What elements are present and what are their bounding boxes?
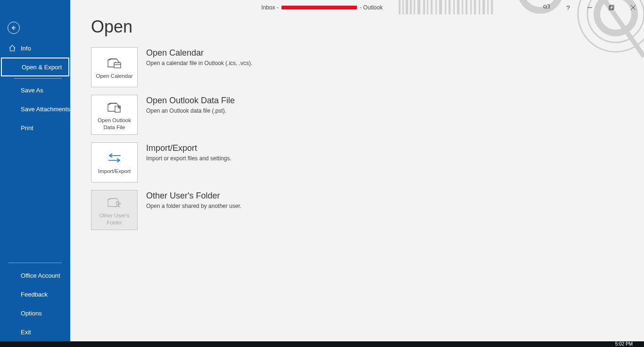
maximize-button[interactable] [601, 0, 622, 15]
tile-label: Open Calendar [96, 73, 133, 79]
sidebar-item-exit[interactable]: Exit [0, 322, 70, 341]
option-desc: Import or export files and settings. [146, 155, 231, 162]
titlebar: Inbox - - Outlook ? [0, 0, 644, 15]
tile-import-export[interactable]: Import/Export [91, 142, 138, 182]
option-desc: Open an Outlook data file (.pst). [146, 107, 235, 114]
sidebar-label-open-export: Open & Export [22, 64, 62, 71]
tile-label: Open Outlook Data File [92, 117, 136, 131]
tile-open-data-file[interactable]: Open Outlook Data File [91, 95, 138, 135]
option-other-users-folder: Other User's Folder Other User's Folder … [91, 190, 644, 230]
option-title: Import/Export [146, 143, 231, 153]
home-icon [8, 45, 16, 51]
title-suffix: - Outlook [360, 4, 383, 11]
sidebar-label-feedback: Feedback [21, 291, 48, 298]
main-panel: Open Open Calendar Open Calendar Open a … [70, 0, 644, 341]
minimize-button[interactable] [579, 0, 601, 15]
back-button[interactable] [8, 22, 20, 34]
option-open-data-file: Open Outlook Data File Open Outlook Data… [91, 95, 644, 135]
sidebar-item-save-attachments[interactable]: Save Attachments [0, 99, 70, 118]
page-title: Open [91, 17, 644, 37]
sidebar-item-print[interactable]: Print [0, 118, 70, 137]
sidebar-label-exit: Exit [21, 329, 31, 336]
sidebar-label-print: Print [21, 124, 33, 132]
tile-label: Other User's Folder [92, 212, 136, 226]
backstage-sidebar: Info Open & Export Save As Save Attachme… [0, 0, 70, 341]
option-open-calendar: Open Calendar Open Calendar Open a calen… [91, 47, 644, 87]
svg-rect-32 [610, 5, 614, 9]
sidebar-item-office-account[interactable]: Office Account [0, 266, 70, 285]
option-title: Open Calendar [146, 48, 252, 58]
option-title: Other User's Folder [146, 191, 241, 201]
sidebar-divider [14, 78, 62, 79]
calendar-open-icon [107, 55, 122, 71]
sidebar-label-options: Options [21, 310, 42, 317]
sidebar-label-save-attachments: Save Attachments [21, 106, 70, 113]
sidebar-item-options[interactable]: Options [0, 304, 70, 322]
help-icon[interactable]: ? [557, 0, 579, 15]
sidebar-label-info: Info [21, 45, 31, 52]
svg-rect-36 [114, 63, 121, 68]
taskbar: 5:02 PM [0, 341, 644, 347]
redacted-email [281, 6, 357, 9]
sidebar-label-save-as: Save As [21, 87, 43, 94]
sidebar-item-open-export[interactable]: Open & Export [1, 58, 69, 76]
sidebar-item-info[interactable]: Info [0, 39, 70, 58]
sidebar-bottom-divider [8, 263, 62, 263]
taskbar-time: 5:02 PM [615, 341, 633, 347]
tile-open-calendar[interactable]: Open Calendar [91, 47, 138, 87]
import-export-icon [107, 150, 123, 166]
sidebar-label-office-account: Office Account [21, 272, 60, 279]
option-desc: Open a folder shared by another user. [146, 203, 241, 209]
svg-point-44 [118, 203, 120, 205]
close-button[interactable] [622, 0, 644, 15]
title-prefix: Inbox - [261, 4, 279, 11]
sidebar-item-feedback[interactable]: Feedback [0, 285, 70, 304]
option-title: Open Outlook Data File [146, 96, 235, 106]
coming-soon-icon[interactable] [536, 0, 557, 15]
svg-rect-31 [609, 6, 613, 10]
sidebar-item-save-as[interactable]: Save As [0, 81, 70, 99]
option-import-export: Import/Export Import/Export Import or ex… [91, 142, 644, 182]
tile-label: Import/Export [98, 168, 131, 174]
data-file-icon [107, 99, 122, 115]
shared-folder-icon [107, 194, 122, 210]
option-desc: Open a calendar file in Outlook (.ics, .… [146, 60, 252, 66]
tile-other-users-folder[interactable]: Other User's Folder [91, 190, 138, 230]
